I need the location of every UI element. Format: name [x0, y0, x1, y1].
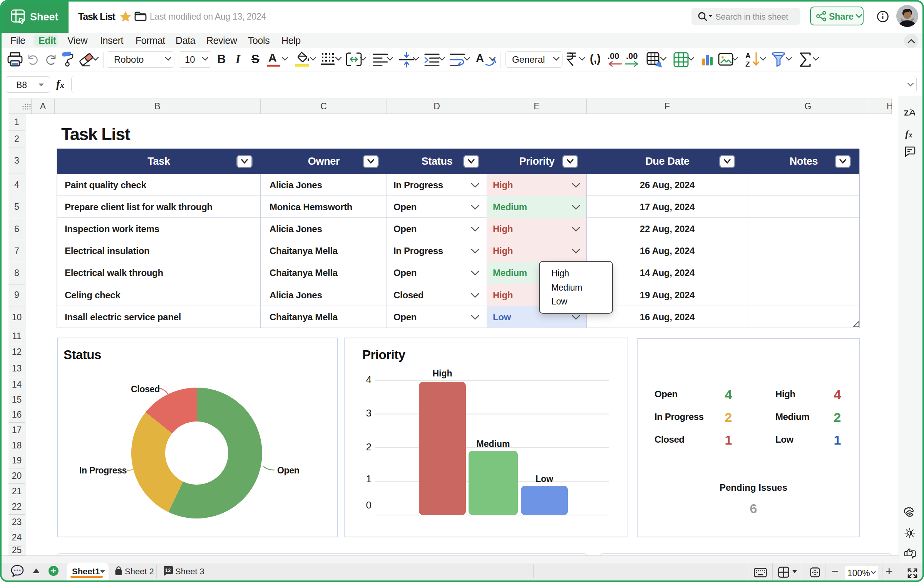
svg-text:12: 12: [165, 567, 171, 573]
svg-text:.00: .00: [608, 51, 619, 61]
svg-text:.00: .00: [626, 51, 638, 61]
svg-text:A: A: [745, 52, 751, 60]
svg-text:Z: Z: [745, 60, 750, 68]
